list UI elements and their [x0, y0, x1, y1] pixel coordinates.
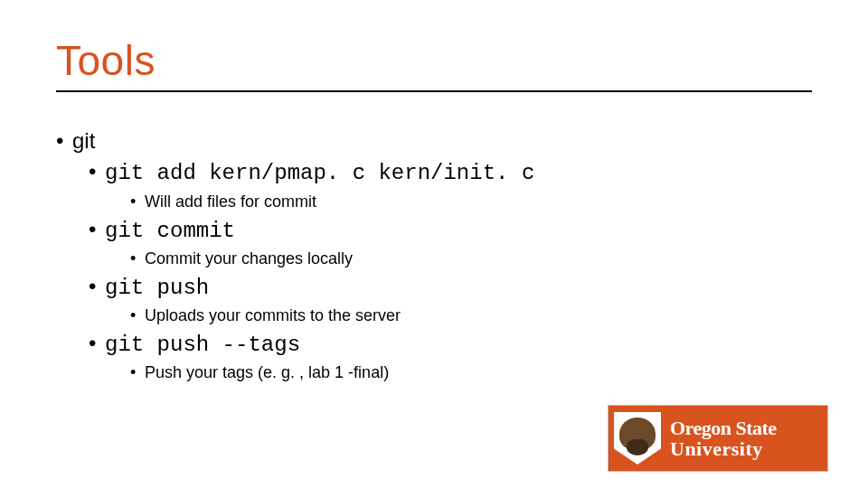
bullet-desc: Uploads your commits to the server — [130, 303, 797, 329]
slide-title: Tools — [56, 36, 156, 85]
title-underline — [56, 90, 812, 92]
cmd-text: git commit — [105, 219, 235, 243]
bullet-git: git git add kern/pmap. c kern/init. c Wi… — [56, 127, 797, 386]
bullet-cmd: git push --tags Push your tags (e. g. , … — [89, 329, 797, 386]
slide-content: git git add kern/pmap. c kern/init. c Wi… — [56, 127, 797, 388]
osu-shield-icon — [614, 412, 661, 465]
osu-logo-line1: Oregon State — [670, 418, 777, 438]
osu-logo: Oregon State University — [608, 405, 828, 472]
osu-logo-line2: University — [670, 438, 777, 459]
bullet-cmd: git commit Commit your changes locally — [89, 215, 797, 272]
bullet-desc: Commit your changes locally — [130, 246, 797, 272]
bullet-desc: Push your tags (e. g. , lab 1 -final) — [130, 360, 797, 386]
beaver-tail-icon — [627, 439, 648, 455]
cmd-text: git push — [105, 276, 209, 300]
bullet-cmd: git push Uploads your commits to the ser… — [89, 272, 797, 329]
bullet-git-label: git — [72, 128, 95, 153]
bullet-cmd: git add kern/pmap. c kern/init. c Will a… — [89, 157, 797, 214]
slide: Tools git git add kern/pmap. c kern/init… — [0, 0, 868, 488]
cmd-text: git add kern/pmap. c kern/init. c — [105, 161, 534, 185]
osu-logo-text: Oregon State University — [670, 418, 777, 459]
bullet-desc: Will add files for commit — [130, 189, 797, 215]
cmd-text: git push --tags — [105, 333, 300, 357]
